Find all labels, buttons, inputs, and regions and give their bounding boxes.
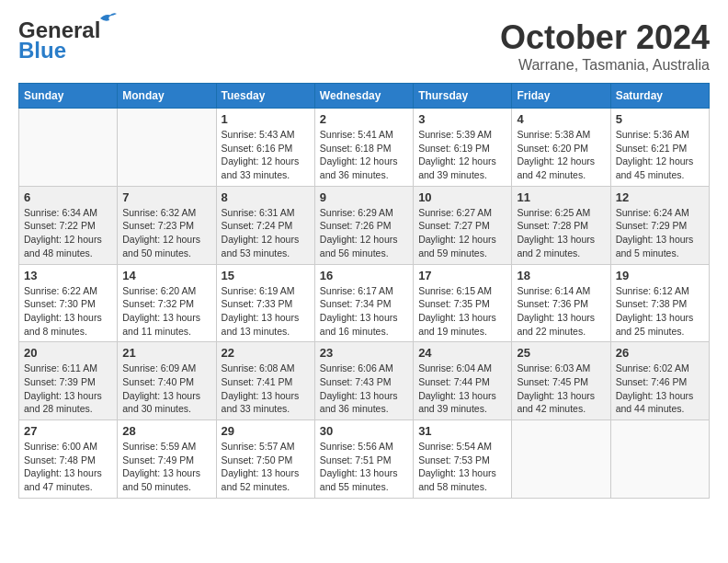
day-number: 19	[616, 269, 704, 282]
day-number: 4	[517, 112, 605, 126]
day-info: Sunrise: 6:32 AMSunset: 7:23 PMDaylight:…	[122, 206, 210, 260]
calendar-day-cell: 23Sunrise: 6:06 AMSunset: 7:43 PMDayligh…	[314, 342, 413, 420]
day-number: 2	[320, 112, 408, 126]
day-info: Sunrise: 5:39 AMSunset: 6:19 PMDaylight:…	[418, 128, 506, 182]
weekday-header: Tuesday	[216, 84, 314, 109]
day-number: 6	[24, 190, 112, 204]
calendar-day-cell: 18Sunrise: 6:14 AMSunset: 7:36 PMDayligh…	[512, 264, 610, 342]
day-info: Sunrise: 6:04 AMSunset: 7:44 PMDaylight:…	[418, 362, 506, 416]
day-info: Sunrise: 6:11 AMSunset: 7:39 PMDaylight:…	[24, 362, 112, 416]
calendar-day-cell: 14Sunrise: 6:20 AMSunset: 7:32 PMDayligh…	[118, 264, 216, 342]
day-info: Sunrise: 6:15 AMSunset: 7:35 PMDaylight:…	[418, 284, 506, 339]
day-info: Sunrise: 6:12 AMSunset: 7:38 PMDaylight:…	[616, 284, 704, 339]
day-number: 26	[616, 346, 704, 360]
day-info: Sunrise: 6:19 AMSunset: 7:33 PMDaylight:…	[222, 284, 310, 339]
calendar-day-cell	[512, 420, 610, 499]
day-info: Sunrise: 6:09 AMSunset: 7:40 PMDaylight:…	[122, 362, 210, 416]
day-info: Sunrise: 6:25 AMSunset: 7:28 PMDaylight:…	[517, 206, 605, 260]
calendar-week-row: 1Sunrise: 5:43 AMSunset: 6:16 PMDaylight…	[19, 109, 710, 187]
day-info: Sunrise: 6:02 AMSunset: 7:46 PMDaylight:…	[616, 362, 704, 416]
day-number: 31	[418, 424, 506, 438]
title-block: October 2024 Warrane, Tasmania, Australi…	[500, 18, 710, 74]
day-info: Sunrise: 6:14 AMSunset: 7:36 PMDaylight:…	[517, 284, 605, 339]
weekday-header: Thursday	[414, 84, 512, 109]
calendar-day-cell: 8Sunrise: 6:31 AMSunset: 7:24 PMDaylight…	[216, 186, 314, 264]
day-number: 20	[24, 346, 112, 360]
day-number: 16	[320, 269, 408, 282]
calendar-day-cell: 27Sunrise: 6:00 AMSunset: 7:48 PMDayligh…	[19, 420, 118, 499]
location-subtitle: Warrane, Tasmania, Australia	[500, 57, 710, 74]
calendar-day-cell: 25Sunrise: 6:03 AMSunset: 7:45 PMDayligh…	[512, 342, 610, 420]
calendar-day-cell: 22Sunrise: 6:08 AMSunset: 7:41 PMDayligh…	[216, 342, 314, 420]
page-header: General Blue October 2024 Warrane, Tasma…	[18, 18, 710, 74]
day-info: Sunrise: 5:57 AMSunset: 7:50 PMDaylight:…	[222, 440, 310, 494]
day-number: 13	[24, 269, 112, 282]
calendar-table: SundayMondayTuesdayWednesdayThursdayFrid…	[18, 83, 710, 499]
calendar-week-row: 27Sunrise: 6:00 AMSunset: 7:48 PMDayligh…	[19, 420, 710, 499]
day-info: Sunrise: 5:36 AMSunset: 6:21 PMDaylight:…	[616, 128, 704, 182]
day-info: Sunrise: 6:08 AMSunset: 7:41 PMDaylight:…	[222, 362, 310, 416]
calendar-day-cell: 20Sunrise: 6:11 AMSunset: 7:39 PMDayligh…	[19, 342, 118, 420]
day-number: 25	[517, 346, 605, 360]
day-number: 7	[122, 190, 210, 204]
day-number: 17	[418, 269, 506, 282]
day-info: Sunrise: 6:31 AMSunset: 7:24 PMDaylight:…	[222, 206, 310, 260]
calendar-day-cell: 5Sunrise: 5:36 AMSunset: 6:21 PMDaylight…	[610, 109, 709, 187]
calendar-day-cell: 7Sunrise: 6:32 AMSunset: 7:23 PMDaylight…	[118, 186, 216, 264]
day-info: Sunrise: 5:38 AMSunset: 6:20 PMDaylight:…	[517, 128, 605, 182]
calendar-day-cell: 9Sunrise: 6:29 AMSunset: 7:26 PMDaylight…	[314, 186, 413, 264]
day-number: 18	[517, 269, 605, 282]
day-number: 12	[616, 190, 704, 204]
day-number: 27	[24, 424, 112, 438]
day-info: Sunrise: 6:27 AMSunset: 7:27 PMDaylight:…	[418, 206, 506, 260]
calendar-week-row: 13Sunrise: 6:22 AMSunset: 7:30 PMDayligh…	[19, 264, 710, 342]
calendar-day-cell: 12Sunrise: 6:24 AMSunset: 7:29 PMDayligh…	[610, 186, 709, 264]
day-info: Sunrise: 6:34 AMSunset: 7:22 PMDaylight:…	[24, 206, 112, 260]
day-number: 10	[418, 190, 506, 204]
day-info: Sunrise: 6:29 AMSunset: 7:26 PMDaylight:…	[320, 206, 408, 260]
day-number: 30	[320, 424, 408, 438]
day-number: 1	[222, 112, 310, 126]
calendar-day-cell	[19, 109, 118, 187]
day-number: 15	[222, 269, 310, 282]
day-info: Sunrise: 5:59 AMSunset: 7:49 PMDaylight:…	[122, 440, 210, 494]
calendar-day-cell: 10Sunrise: 6:27 AMSunset: 7:27 PMDayligh…	[414, 186, 512, 264]
calendar-day-cell: 2Sunrise: 5:41 AMSunset: 6:18 PMDaylight…	[314, 109, 413, 187]
day-info: Sunrise: 6:00 AMSunset: 7:48 PMDaylight:…	[24, 440, 112, 494]
bird-icon	[98, 11, 117, 26]
calendar-day-cell: 4Sunrise: 5:38 AMSunset: 6:20 PMDaylight…	[512, 109, 610, 187]
calendar-day-cell: 24Sunrise: 6:04 AMSunset: 7:44 PMDayligh…	[414, 342, 512, 420]
calendar-week-row: 20Sunrise: 6:11 AMSunset: 7:39 PMDayligh…	[19, 342, 710, 420]
day-number: 14	[122, 269, 210, 282]
calendar-day-cell: 13Sunrise: 6:22 AMSunset: 7:30 PMDayligh…	[19, 264, 118, 342]
calendar-day-cell: 15Sunrise: 6:19 AMSunset: 7:33 PMDayligh…	[216, 264, 314, 342]
month-title: October 2024	[500, 18, 710, 57]
weekday-header: Monday	[118, 84, 216, 109]
day-info: Sunrise: 5:43 AMSunset: 6:16 PMDaylight:…	[222, 128, 310, 182]
day-info: Sunrise: 6:24 AMSunset: 7:29 PMDaylight:…	[616, 206, 704, 260]
calendar-day-cell: 17Sunrise: 6:15 AMSunset: 7:35 PMDayligh…	[414, 264, 512, 342]
calendar-day-cell	[610, 420, 709, 499]
calendar-day-cell: 11Sunrise: 6:25 AMSunset: 7:28 PMDayligh…	[512, 186, 610, 264]
calendar-day-cell: 29Sunrise: 5:57 AMSunset: 7:50 PMDayligh…	[216, 420, 314, 499]
weekday-header: Friday	[512, 84, 610, 109]
day-number: 29	[222, 424, 310, 438]
day-info: Sunrise: 6:06 AMSunset: 7:43 PMDaylight:…	[320, 362, 408, 416]
day-number: 24	[418, 346, 506, 360]
calendar-day-cell: 28Sunrise: 5:59 AMSunset: 7:49 PMDayligh…	[118, 420, 216, 499]
day-info: Sunrise: 5:41 AMSunset: 6:18 PMDaylight:…	[320, 128, 408, 182]
day-info: Sunrise: 6:22 AMSunset: 7:30 PMDaylight:…	[24, 284, 112, 339]
calendar-week-row: 6Sunrise: 6:34 AMSunset: 7:22 PMDaylight…	[19, 186, 710, 264]
weekday-header: Wednesday	[314, 84, 413, 109]
day-info: Sunrise: 5:56 AMSunset: 7:51 PMDaylight:…	[320, 440, 408, 494]
day-number: 28	[122, 424, 210, 438]
calendar-day-cell: 16Sunrise: 6:17 AMSunset: 7:34 PMDayligh…	[314, 264, 413, 342]
calendar-day-cell: 30Sunrise: 5:56 AMSunset: 7:51 PMDayligh…	[314, 420, 413, 499]
calendar-header-row: SundayMondayTuesdayWednesdayThursdayFrid…	[19, 84, 710, 109]
calendar-day-cell: 6Sunrise: 6:34 AMSunset: 7:22 PMDaylight…	[19, 186, 118, 264]
calendar-day-cell: 21Sunrise: 6:09 AMSunset: 7:40 PMDayligh…	[118, 342, 216, 420]
day-number: 23	[320, 346, 408, 360]
day-info: Sunrise: 6:20 AMSunset: 7:32 PMDaylight:…	[122, 284, 210, 339]
day-number: 11	[517, 190, 605, 204]
weekday-header: Saturday	[610, 84, 709, 109]
